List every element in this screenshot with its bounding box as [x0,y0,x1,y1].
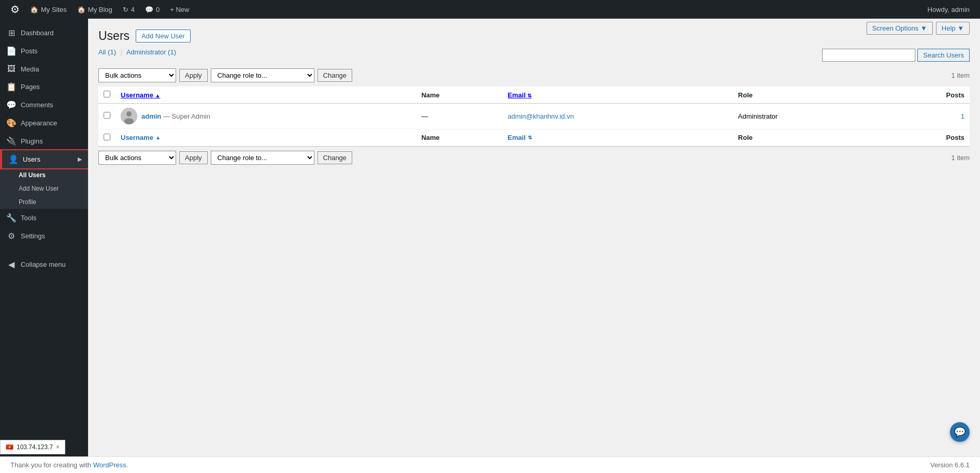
sidebar-item-media[interactable]: 🖼 Media [0,60,88,78]
check-all-col-bottom [98,129,116,146]
my-sites-label: My Sites [41,6,67,13]
search-input[interactable] [822,49,915,62]
dashboard-icon: ⊞ [6,28,17,38]
email-col-footer: Email ⇅ [502,129,733,146]
bottom-toolbar: Bulk actions Delete Apply Change role to… [98,151,970,165]
help-button[interactable]: Help ▼ [936,22,970,35]
new-item[interactable]: + New [165,0,194,19]
check-all-col [98,87,116,104]
my-sites-icon: 🏠 [30,6,38,13]
username-sort-link[interactable]: Username ▲ [121,91,160,99]
ip-address: 103.74.123.7 [17,443,53,451]
role-col-footer: Role [733,129,883,146]
submenu-item-add-new-user[interactable]: Add New User [0,182,88,195]
ip-bar-close-button[interactable]: × [56,443,60,451]
sidebar-item-users[interactable]: 👤 Users ▶ [0,150,88,168]
sidebar-item-label: Posts [21,47,38,55]
add-new-user-button[interactable]: Add New User [136,30,191,42]
table-header-row: Username ▲ Name Email ⇅ Role [98,87,970,104]
submenu-item-all-users[interactable]: All Users [0,168,88,182]
username-sort-link-bottom[interactable]: Username ▲ [121,134,411,141]
chevron-right-icon: ▶ [78,156,82,163]
check-all-checkbox[interactable] [104,91,110,97]
username-col-header: Username ▲ [116,87,416,104]
sidebar-item-collapse[interactable]: ◀ Collapse menu [0,255,88,274]
sidebar-item-label: Tools [21,214,36,222]
filter-all-link[interactable]: All (1) [98,48,118,56]
updates-count: 4 [131,6,135,13]
email-sort-link[interactable]: Email ⇅ [508,91,531,99]
sidebar-item-label: Users [23,155,40,163]
plugins-icon: 🔌 [6,136,17,146]
user-avatar [121,108,137,124]
comments-nav-icon: 💬 [6,100,17,110]
filter-admin-link[interactable]: Administrator (1) [126,48,176,56]
sidebar-item-plugins[interactable]: 🔌 Plugins [0,132,88,150]
users-submenu: All Users Add New User Profile [0,168,88,209]
collapse-icon: ◀ [6,260,17,269]
change-button-top[interactable]: Change [318,69,353,82]
sidebar-item-dashboard[interactable]: ⊞ Dashboard [0,24,88,42]
bulk-actions-select-top[interactable]: Bulk actions Delete [98,68,176,82]
username-suffix: — Super Admin [163,112,210,120]
my-sites-item[interactable]: 🏠 My Sites [25,0,72,19]
wordpress-link[interactable]: WordPress [93,461,126,469]
filter-links: All (1) | Administrator (1) [98,48,176,56]
admin-bar: ⚙ 🏠 My Sites 🏠 My Blog ↻ 4 💬 0 + New How… [0,0,980,19]
chat-button[interactable]: 💬 [950,422,970,442]
avatar-icon [121,108,137,124]
wp-logo-item[interactable]: ⚙ [5,0,25,19]
role-col-header: Role [733,87,883,104]
check-all-checkbox-bottom[interactable] [104,134,110,140]
email-sort-link-bottom[interactable]: Email ⇅ [508,134,728,141]
change-role-select-bottom[interactable]: Change role to... Subscriber Contributor… [211,151,314,165]
name-col-footer: Name [416,129,502,146]
sidebar-item-comments[interactable]: 💬 Comments [0,96,88,114]
updates-item[interactable]: ↻ 4 [118,0,140,19]
name-cell: — [416,104,502,130]
search-users-button[interactable]: Search Users [917,49,970,62]
change-button-bottom[interactable]: Change [318,151,353,164]
sidebar-item-label: Settings [21,232,45,240]
sidebar-item-pages[interactable]: 📋 Pages [0,78,88,96]
username-link[interactable]: admin [141,112,161,120]
screen-options-button[interactable]: Screen Options ▼ [867,22,933,35]
item-count-bottom: 1 item [952,154,970,162]
sidebar-item-tools[interactable]: 🔧 Tools [0,209,88,227]
apply-button-bottom[interactable]: Apply [179,151,208,164]
email-col-header: Email ⇅ [502,87,733,104]
row-checkbox[interactable] [104,112,110,119]
submenu-item-profile[interactable]: Profile [0,195,88,209]
comments-item[interactable]: 💬 0 [140,0,165,19]
my-blog-icon: 🏠 [77,6,85,13]
users-icon: 👤 [8,154,19,164]
search-bar: Search Users [822,49,970,62]
footer: Thank you for creating with WordPress. V… [0,456,980,473]
change-role-select-top[interactable]: Change role to... Subscriber Contributor… [211,68,314,82]
apply-button-top[interactable]: Apply [179,69,208,82]
sidebar-item-settings[interactable]: ⚙ Settings [0,227,88,245]
name-col-header: Name [416,87,502,104]
media-icon: 🖼 [6,64,17,74]
sidebar-item-appearance[interactable]: 🎨 Appearance [0,114,88,132]
adminbar-right: Howdy, admin [923,6,975,13]
sidebar-item-label: Appearance [21,119,57,127]
svg-point-2 [124,118,134,124]
sidebar-item-posts[interactable]: 📄 Posts [0,42,88,60]
top-toolbar: Bulk actions Delete Apply Change role to… [98,68,970,82]
posts-link[interactable]: 1 [961,112,964,120]
my-blog-item[interactable]: 🏠 My Blog [72,0,118,19]
main-content: Users Add New User All (1) | Administrat… [88,19,980,456]
footer-text: Thank you for creating with WordPress. [10,461,128,469]
top-right-controls: Screen Options ▼ Help ▼ [867,22,970,35]
new-label: + New [170,6,189,13]
ip-notification-bar: 🇻🇳 103.74.123.7 × [0,440,65,454]
sidebar: ⊞ Dashboard 📄 Posts 🖼 Media 📋 Pages 💬 Co… [0,19,88,456]
email-link[interactable]: admin@khanhnv.id.vn [508,112,574,120]
username-col-footer: Username ▲ [116,129,416,146]
avatar-cell: admin — Super Admin [116,104,416,129]
row-checkbox-cell [98,104,116,130]
email-cell: admin@khanhnv.id.vn [502,104,733,130]
comments-count: 0 [156,6,160,13]
bulk-actions-select-bottom[interactable]: Bulk actions Delete [98,151,176,165]
